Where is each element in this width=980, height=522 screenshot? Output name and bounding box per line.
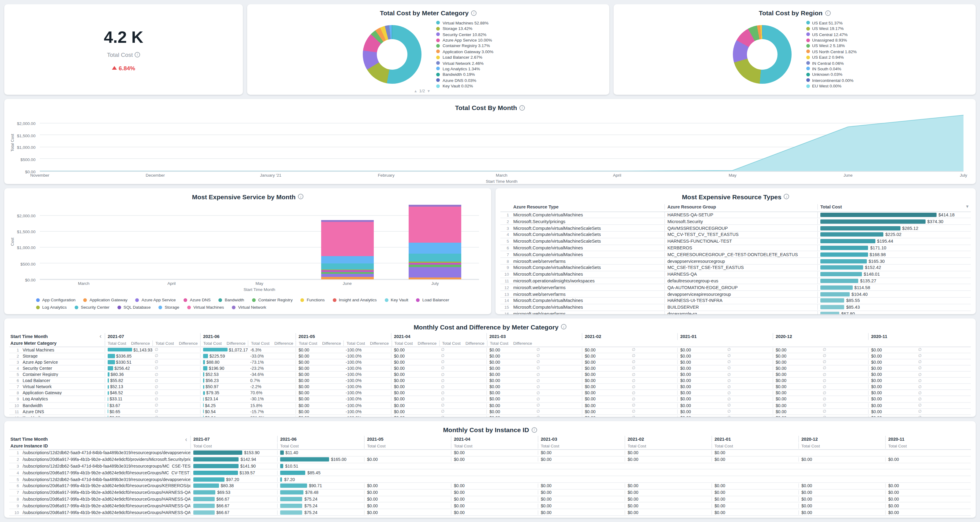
legend-item[interactable]: Azure App Service 10.00% [436, 37, 493, 43]
stacked-bar[interactable] [233, 203, 286, 279]
info-icon[interactable]: i [471, 10, 477, 16]
sub-header[interactable]: Total Cost [152, 340, 176, 346]
sub-header[interactable]: Total Cost [625, 443, 711, 449]
legend-item[interactable]: IN Central 0.06% [806, 60, 857, 66]
table-row[interactable]: 5Container Registry$80.36∅$52.53-34.6%$0… [9, 371, 971, 378]
sub-header[interactable]: Difference [463, 340, 487, 346]
area-plot[interactable] [40, 114, 964, 172]
column-header-resource-group[interactable]: Azure Resource Group [664, 204, 817, 209]
table-row[interactable]: 5Microsoft.Compute/virtualMachineScaleSe… [500, 238, 971, 245]
bar-segment[interactable] [321, 274, 374, 276]
month-header[interactable]: 2021-02 [582, 333, 677, 340]
legend-item[interactable]: Unassigned 8.93% [806, 37, 857, 43]
legend-item[interactable]: Application Gateway 3.00% [436, 49, 493, 54]
sub-header[interactable]: Total Cost [200, 340, 224, 346]
bar-segment[interactable] [409, 278, 461, 279]
table-row[interactable]: 8Application Gateway$46.52∅$79.3570.6%$0… [9, 390, 971, 397]
sub-header[interactable]: Total Cost [190, 443, 277, 449]
bar-segment[interactable] [409, 206, 461, 243]
table-row[interactable]: 1/subscriptions/12d2db62-5aa9-471d-84bb-… [9, 450, 971, 457]
table-row[interactable]: 10Bandwidth$3.67∅$4.2515.8%$0.00-100.0%$… [9, 403, 971, 409]
month-header[interactable]: 2020-11 [868, 333, 964, 340]
legend-item[interactable]: App Configuration [36, 297, 76, 303]
sub-header[interactable]: Total Cost [391, 340, 415, 346]
sub-header[interactable]: Difference [224, 340, 248, 346]
table-row[interactable]: 14Microsoft.Compute/virtualMachinesHARNE… [500, 298, 971, 305]
sub-header[interactable]: Total Cost [105, 340, 129, 346]
legend-item[interactable]: Virtual Network [232, 305, 266, 311]
column-header-resource-type[interactable]: Azure Resource Type [511, 204, 664, 209]
sub-header[interactable]: Total Cost [439, 340, 463, 346]
column-sort-caret-icon[interactable]: ▾ [966, 204, 968, 209]
bar-segment[interactable] [409, 265, 461, 267]
legend-item[interactable]: Container Registry [252, 297, 293, 303]
legend-item[interactable]: Intercontinental 0.00% [806, 77, 857, 83]
legend-item[interactable]: Load Balancer 2.67% [436, 54, 493, 60]
month-header[interactable]: 2021-04 [451, 436, 538, 443]
sub-header[interactable]: Total Cost [277, 443, 364, 449]
legend-item[interactable]: US Central 12.47% [806, 32, 857, 37]
legend-item[interactable]: Azure App Service [135, 297, 176, 303]
month-header[interactable]: 2020-12 [773, 333, 868, 340]
table-row[interactable]: 9Microsoft.Compute/virtualMachineScaleSe… [500, 265, 971, 271]
table-row[interactable]: 16microsoft.web/serverfarmsdocexample-rg… [500, 311, 971, 314]
sub-header[interactable]: Difference [511, 340, 535, 346]
legend-item[interactable]: Log Analytics [36, 305, 67, 311]
stacked-plot[interactable] [40, 203, 479, 280]
month-header[interactable]: 2021-03 [486, 333, 582, 340]
table-row[interactable]: 13microsoft.web/serverfarmsdevappservice… [500, 291, 971, 298]
sub-header[interactable]: Total Cost [344, 340, 368, 346]
table-row[interactable]: 1Virtual Machines$1,143.93∅$1,072.17-6.3… [9, 347, 971, 353]
table-row[interactable]: 8/subscriptions/20d6a917-99fa-4b1b-9b2e-… [9, 496, 971, 503]
legend-item[interactable]: Unknown 0.03% [806, 71, 857, 77]
collapse-columns-icon[interactable]: ‹ [97, 334, 103, 339]
legend-item[interactable]: Container Registry 3.17% [436, 43, 493, 49]
info-icon[interactable]: i [519, 105, 525, 110]
legend-item[interactable]: Security Center [75, 305, 110, 311]
info-icon[interactable]: i [531, 427, 537, 432]
sub-header[interactable]: Total Cost [711, 443, 798, 449]
table-row[interactable]: 9/subscriptions/20d6a917-99fa-4b1b-9b2e-… [9, 503, 971, 509]
table-row[interactable]: 9Log Analytics$33.11∅$23.14-30.1%$0.00-1… [9, 397, 971, 403]
legend-item[interactable]: Key Vault 0.02% [436, 83, 493, 89]
month-header[interactable]: 2020-12 [798, 436, 885, 443]
sub-header[interactable]: Total Cost [451, 443, 538, 449]
pager-down-icon[interactable]: ▼ [427, 89, 430, 93]
legend-item[interactable]: US East 2 0.94% [806, 54, 857, 60]
month-header[interactable]: 2021-05 [296, 333, 391, 340]
info-icon[interactable]: i [135, 52, 140, 57]
month-header[interactable]: 2021-05 [364, 436, 451, 443]
column-header-total-cost[interactable]: Total Cost ▾ [817, 204, 971, 209]
info-icon[interactable]: i [825, 10, 830, 16]
month-header[interactable]: 2021-04 [391, 333, 486, 340]
month-header[interactable]: 2021-01 [677, 333, 773, 340]
pager-up-icon[interactable]: ▲ [414, 89, 417, 93]
table-row[interactable]: 8microsoft.web/serverfarmsdevappservicer… [500, 258, 971, 265]
legend-item[interactable]: Key Vault [385, 297, 408, 303]
info-icon[interactable]: i [298, 194, 304, 199]
legend-item[interactable]: Storage [159, 305, 180, 311]
month-header[interactable]: 2021-01 [711, 436, 798, 443]
info-icon[interactable]: i [561, 324, 566, 330]
month-header[interactable]: 2021-02 [625, 436, 711, 443]
table-row[interactable]: 4Security Center$256.42∅$196.90-23.2%$0.… [9, 365, 971, 371]
sub-header[interactable]: Total Cost [364, 443, 451, 449]
month-header[interactable]: 2021-07 [105, 333, 200, 340]
table-row[interactable]: 7/subscriptions/20d6a917-99fa-4b1b-9b2e-… [9, 490, 971, 496]
legend-item[interactable]: Azure DNS [184, 297, 211, 303]
sub-header[interactable]: Difference [272, 340, 296, 346]
table-row[interactable]: 3Azure App Service$330.51∅$88.80-73.1%$0… [9, 359, 971, 365]
sub-header[interactable]: Difference [415, 340, 439, 346]
meter-category-donut[interactable] [363, 25, 422, 84]
bar-segment[interactable] [409, 267, 461, 278]
month-header[interactable]: 2021-06 [200, 333, 296, 340]
table-row[interactable]: 5/subscriptions/12d2db62-5aa9-471d-84bb-… [9, 476, 971, 483]
sub-header[interactable]: Total Cost [538, 443, 625, 449]
legend-item[interactable]: EU West 0.00% [806, 83, 857, 89]
table-row[interactable]: 2Storage$336.85∅$225.59-33.0%$0.00-100.0… [9, 353, 971, 359]
collapse-columns-icon[interactable]: ‹ [183, 437, 189, 442]
region-donut[interactable] [733, 25, 791, 84]
legend-item[interactable]: US West 19.17% [806, 26, 857, 32]
table-row[interactable]: 2Microsoft.Security/pricingsMicrosoft.Se… [500, 219, 971, 225]
legend-item[interactable]: Virtual Network 2.46% [436, 60, 493, 66]
